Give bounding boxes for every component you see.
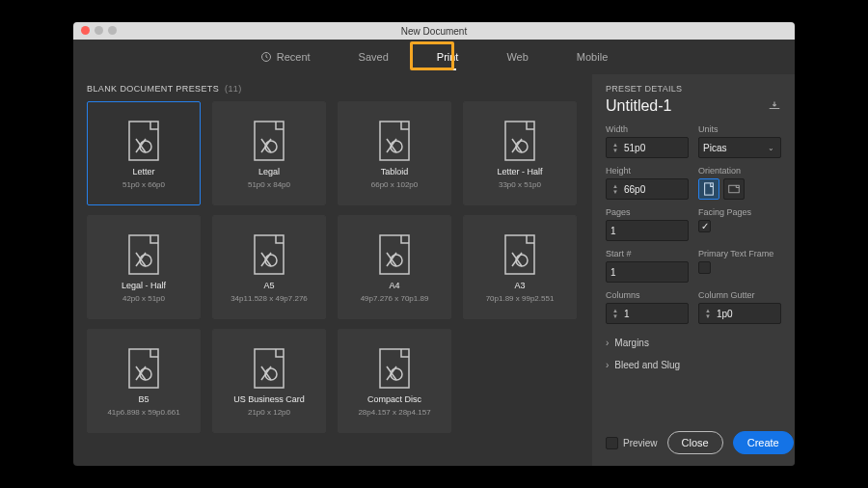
tab-recent[interactable]: Recent	[258, 47, 312, 67]
stepper-icon[interactable]: ▲▼	[610, 308, 620, 319]
tab-mobile[interactable]: Mobile	[575, 47, 610, 67]
preset-name: Letter - Half	[497, 167, 542, 176]
window-title: New Document	[73, 26, 795, 37]
preset-details-panel: PRESET DETAILS Untitled-1 Width ▲▼ 51p0 …	[592, 74, 795, 466]
preset-name: A5	[263, 281, 274, 290]
preset-area: BLANK DOCUMENT PRESETS (11) Letter51p0 x…	[73, 74, 592, 466]
page-icon	[123, 119, 164, 163]
preset-card[interactable]: US Business Card21p0 x 12p0	[212, 329, 326, 433]
preset-card[interactable]: Compact Disc28p4.157 x 28p4.157	[338, 329, 451, 433]
preset-dimensions: 49p7.276 x 70p1.89	[361, 294, 429, 303]
width-label: Width	[606, 124, 689, 134]
preset-card[interactable]: Letter51p0 x 66p0	[87, 101, 201, 205]
bleed-slug-disclosure[interactable]: Bleed and Slug	[606, 354, 781, 376]
preset-card[interactable]: A534p11.528 x 49p7.276	[212, 215, 326, 319]
svg-rect-24	[729, 185, 740, 193]
height-field[interactable]: ▲▼ 66p0	[606, 178, 689, 200]
preset-grid: Letter51p0 x 66p0Legal51p0 x 84p0Tabloid…	[87, 101, 581, 433]
page-icon	[249, 232, 289, 277]
page-icon	[500, 232, 540, 277]
preset-card[interactable]: Tabloid66p0 x 102p0	[338, 101, 451, 205]
stepper-icon[interactable]: ▲▼	[703, 308, 713, 319]
preset-name: B5	[138, 394, 149, 404]
columns-field[interactable]: ▲▼ 1	[606, 303, 689, 324]
save-preset-icon[interactable]	[768, 100, 781, 112]
height-label: Height	[606, 166, 689, 176]
start-number-label: Start #	[606, 249, 689, 258]
tab-saved[interactable]: Saved	[357, 47, 391, 67]
preset-name: Legal - Half	[122, 281, 166, 290]
create-button[interactable]: Create	[733, 431, 794, 454]
preset-dimensions: 51p0 x 66p0	[122, 180, 165, 189]
minimize-window-icon[interactable]	[95, 26, 103, 35]
portrait-icon	[703, 182, 715, 196]
page-icon	[374, 119, 415, 163]
page-icon	[374, 346, 415, 391]
preset-dimensions: 66p0 x 102p0	[371, 180, 419, 189]
preset-name: Legal	[258, 167, 280, 176]
gutter-field[interactable]: ▲▼ 1p0	[698, 303, 781, 324]
document-name[interactable]: Untitled-1	[606, 97, 671, 115]
preset-name: Compact Disc	[367, 394, 421, 404]
width-field[interactable]: ▲▼ 51p0	[606, 137, 689, 158]
facing-pages-label: Facing Pages	[698, 207, 781, 217]
preview-label: Preview	[623, 438, 658, 448]
svg-rect-23	[705, 183, 714, 195]
preset-dimensions: 28p4.157 x 28p4.157	[358, 408, 430, 417]
zoom-window-icon[interactable]	[108, 26, 117, 35]
orientation-label: Orientation	[698, 166, 781, 176]
titlebar: New Document	[73, 22, 795, 40]
preset-card[interactable]: Legal - Half42p0 x 51p0	[87, 215, 201, 319]
preset-name: Tabloid	[381, 167, 409, 176]
preview-checkbox[interactable]	[606, 437, 618, 449]
tab-print[interactable]: Print	[435, 47, 461, 67]
preset-dimensions: 21p0 x 12p0	[248, 408, 290, 417]
new-document-window: New Document Recent Saved Print Web Mobi…	[73, 22, 795, 466]
start-number-field[interactable]: 1	[606, 261, 689, 283]
window-controls	[81, 26, 117, 35]
preset-name: A3	[514, 281, 525, 290]
margins-disclosure[interactable]: Margins	[606, 332, 781, 354]
orientation-portrait-button[interactable]	[698, 178, 719, 200]
preset-card[interactable]: B541p6.898 x 59p0.661	[87, 329, 201, 433]
category-tabs: Recent Saved Print Web Mobile	[73, 40, 795, 74]
landscape-icon	[728, 182, 740, 196]
page-icon	[374, 232, 415, 277]
tab-web[interactable]: Web	[504, 47, 529, 67]
columns-label: Columns	[606, 290, 689, 300]
preset-card[interactable]: Legal51p0 x 84p0	[212, 101, 326, 205]
page-icon	[249, 346, 289, 391]
orientation-landscape-button[interactable]	[723, 178, 745, 200]
close-window-icon[interactable]	[81, 26, 90, 35]
stepper-icon[interactable]: ▲▼	[610, 183, 620, 195]
stepper-icon[interactable]: ▲▼	[610, 142, 620, 153]
close-button[interactable]: Close	[667, 431, 723, 454]
preset-dimensions: 70p1.89 x 99p2.551	[486, 294, 555, 303]
preset-name: A4	[389, 281, 399, 290]
preset-details-header: PRESET DETAILS	[606, 84, 682, 94]
units-label: Units	[698, 124, 781, 134]
primary-text-frame-label: Primary Text Frame	[698, 249, 781, 258]
page-icon	[249, 119, 289, 163]
preset-section-label: BLANK DOCUMENT PRESETS (11)	[87, 84, 581, 94]
preset-card[interactable]: Letter - Half33p0 x 51p0	[463, 101, 577, 205]
preset-name: Letter	[132, 167, 154, 176]
primary-text-frame-checkbox[interactable]	[698, 261, 711, 274]
preset-card[interactable]: A370p1.89 x 99p2.551	[463, 215, 577, 319]
preset-dimensions: 42p0 x 51p0	[122, 294, 165, 303]
pages-label: Pages	[606, 207, 689, 217]
units-select[interactable]: Picas ⌄	[698, 137, 781, 158]
pages-field[interactable]: 1	[606, 220, 689, 241]
clock-icon	[260, 51, 272, 63]
preset-dimensions: 51p0 x 84p0	[248, 180, 290, 189]
preset-name: US Business Card	[233, 394, 305, 404]
chevron-down-icon: ⌄	[768, 144, 774, 152]
facing-pages-checkbox[interactable]	[698, 220, 711, 232]
preset-dimensions: 41p6.898 x 59p0.661	[107, 408, 179, 417]
preset-card[interactable]: A449p7.276 x 70p1.89	[338, 215, 451, 319]
preset-dimensions: 33p0 x 51p0	[499, 180, 541, 189]
page-icon	[500, 119, 540, 163]
preset-dimensions: 34p11.528 x 49p7.276	[231, 294, 308, 303]
page-icon	[123, 232, 164, 277]
page-icon	[123, 346, 164, 391]
